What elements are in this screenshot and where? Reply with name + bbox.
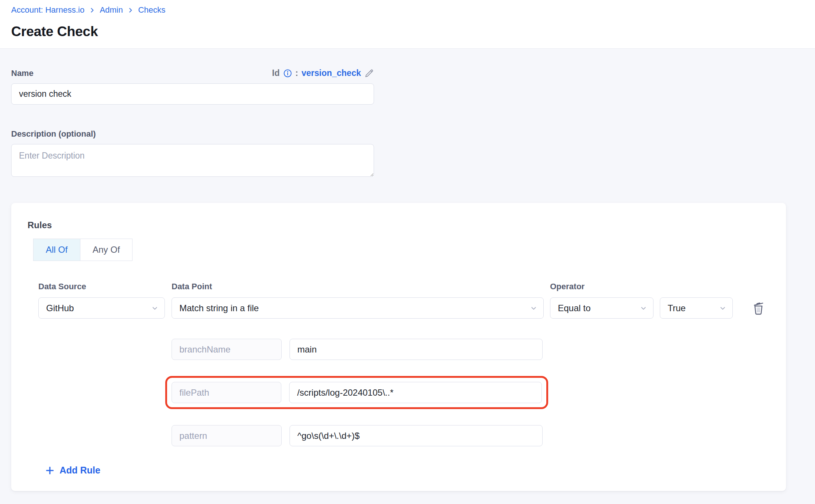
- operator-label: Operator: [550, 282, 653, 291]
- chevron-right-icon: [89, 7, 95, 13]
- page-title: Create Check: [11, 24, 804, 39]
- identifier-group: Id : version_check: [272, 68, 374, 78]
- param-key-pattern: pattern: [172, 425, 282, 446]
- name-input[interactable]: [11, 83, 374, 105]
- operator-select[interactable]: Equal to: [550, 297, 653, 319]
- data-source-value: GitHub: [46, 303, 74, 313]
- edit-pencil-icon[interactable]: [364, 68, 374, 78]
- rules-title: Rules: [28, 220, 770, 230]
- param-row-file-path: filePath: [172, 382, 542, 403]
- trash-icon: [752, 301, 765, 316]
- toggle-all-of[interactable]: All Of: [33, 239, 80, 261]
- data-point-label: Data Point: [172, 282, 550, 291]
- description-textarea[interactable]: [11, 144, 374, 177]
- rules-panel: Rules All Of Any Of Data Source Data Poi…: [11, 203, 786, 491]
- page-header: Account: Harness.io Admin Checks Create …: [0, 0, 815, 49]
- toggle-any-of[interactable]: Any Of: [80, 239, 132, 261]
- delete-rule-button[interactable]: [750, 299, 767, 317]
- rule-row: Data Source Data Point Operator GitHub M…: [38, 282, 770, 446]
- chevron-down-icon: [530, 304, 537, 312]
- param-key-branch-name: branchName: [172, 339, 282, 360]
- info-icon[interactable]: [283, 69, 292, 78]
- operator-value: Equal to: [558, 303, 591, 313]
- chevron-down-icon: [640, 304, 647, 312]
- id-separator: :: [295, 68, 298, 78]
- id-label: Id: [272, 68, 279, 78]
- breadcrumb-checks-link[interactable]: Checks: [138, 5, 165, 15]
- chevron-down-icon: [151, 304, 159, 312]
- file-path-highlight-annotation: filePath: [165, 376, 548, 409]
- description-label: Description (optional): [11, 129, 96, 139]
- param-row-branch-name: branchName: [172, 339, 770, 360]
- rules-match-toggle: All Of Any Of: [33, 239, 132, 261]
- data-point-select[interactable]: Match string in a file: [172, 297, 544, 319]
- add-rule-button[interactable]: Add Rule: [45, 465, 100, 476]
- operator-value-select[interactable]: True: [660, 297, 733, 319]
- param-row-pattern: pattern: [172, 425, 770, 446]
- param-value-file-path-input[interactable]: [289, 382, 542, 403]
- breadcrumb: Account: Harness.io Admin Checks: [11, 5, 804, 15]
- name-label: Name: [11, 68, 33, 78]
- param-value-branch-name-input[interactable]: [290, 339, 543, 360]
- id-value-link[interactable]: version_check: [301, 68, 361, 78]
- data-source-label: Data Source: [38, 282, 172, 291]
- breadcrumb-admin-link[interactable]: Admin: [100, 5, 123, 15]
- data-source-select[interactable]: GitHub: [38, 297, 165, 319]
- param-key-file-path: filePath: [172, 382, 281, 403]
- chevron-right-icon: [127, 7, 134, 13]
- param-value-pattern-input[interactable]: [290, 425, 543, 446]
- create-check-form: Name Id : version_check Description (opt…: [0, 49, 815, 491]
- breadcrumb-account-link[interactable]: Account: Harness.io: [11, 5, 84, 15]
- plus-icon: [45, 466, 55, 475]
- operator-value-value: True: [668, 303, 685, 313]
- add-rule-label: Add Rule: [60, 465, 100, 476]
- data-point-value: Match string in a file: [179, 303, 259, 313]
- chevron-down-icon: [719, 304, 726, 312]
